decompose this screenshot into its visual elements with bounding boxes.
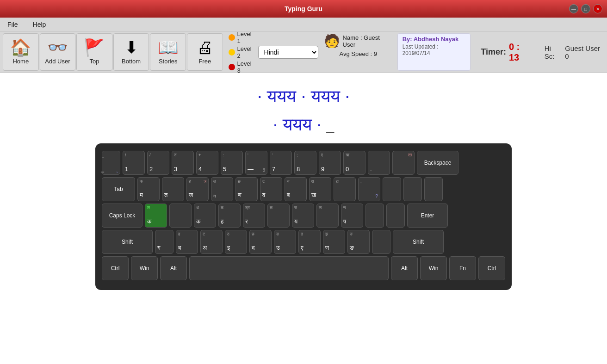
add-user-button[interactable]: 👓 Add User [40,33,76,71]
key-shift-left[interactable]: Shift [102,230,153,254]
key-comma[interactable]: झ ण [323,230,345,254]
key-win-right[interactable]: Win [420,256,447,280]
key-4[interactable]: + 4 [196,151,218,175]
key-semicolon[interactable] [365,204,384,228]
hindi-line2: · ययय · _ [257,111,350,139]
key-win-left[interactable]: Win [131,256,158,280]
key-a[interactable]: ल क [145,204,167,228]
key-v[interactable]: ठ इ [225,230,247,254]
key-6[interactable]: ' — 6 [245,151,267,175]
free-button[interactable]: 🖨 Free [187,33,223,71]
maximize-button[interactable]: □ [581,4,590,13]
stories-button[interactable]: 📖 Stories [150,33,186,71]
key-s[interactable] [169,204,192,228]
level2-item[interactable]: Level 2 [229,45,254,59]
lang-select-wrapper[interactable]: Hindi English Punjabi Gujarati [258,46,318,59]
key-9[interactable]: द्द 9 [319,151,341,175]
key-w[interactable]: त [162,177,184,201]
key-backslash[interactable] [424,177,443,201]
key-0[interactable]: ऋ 0 [343,151,365,175]
key-ctrl-right[interactable]: Ctrl [478,256,505,280]
level1-item[interactable]: Level 1 [229,31,254,44]
free-label: Free [198,58,211,65]
window-controls[interactable]: — □ ✕ [569,4,602,13]
key-y[interactable]: ट व [260,177,282,201]
timer-hiscore: Timer: 0 : 13 Hi Sc: Guest User 0 [481,33,604,71]
key-z[interactable]: ग [155,230,173,254]
author-name: By: Abdhesh Nayak [403,36,459,43]
key-bracket-close[interactable] [403,177,422,201]
key-o[interactable]: द्य [334,177,356,201]
author-panel: By: Abdhesh Nayak Last Updated : 2019/07… [397,33,471,71]
key-shift-right[interactable]: Shift [393,230,444,254]
key-ctrl-left[interactable]: Ctrl [102,256,129,280]
key-h[interactable]: ज्ञ [267,204,290,228]
last-updated: Last Updated : 2019/07/14 [403,43,466,56]
key-n[interactable]: ड उ [274,230,296,254]
menu-file[interactable]: File [5,20,21,29]
key-r[interactable]: ल न [211,177,233,201]
key-q[interactable]: फ म [137,177,160,201]
key-alt-left[interactable]: Alt [160,256,187,280]
minimize-button[interactable]: — [569,4,578,13]
key-tab[interactable]: Tab [102,177,135,201]
key-fn[interactable]: Fn [449,256,476,280]
key-l[interactable]: ण ष [341,204,363,228]
key-u[interactable]: च ब [285,177,307,201]
key-quote[interactable] [386,204,405,228]
key-d[interactable]: थ क [194,204,216,228]
home-label: Home [12,58,29,65]
key-backspace[interactable]: Backspace [417,151,458,175]
timer-display: 0 : 13 [509,42,531,63]
levels-panel: Level 1 Level 2 Level 3 [229,31,254,74]
user-speed-text: Avg Speed : 9 [340,50,377,57]
home-button[interactable]: 🏠 Home [3,33,39,71]
key-space[interactable] [189,256,389,280]
top-button[interactable]: 🚩 Top [76,33,112,71]
toolbar: 🏠 Home 👓 Add User 🚩 Top ⬇ Bottom 📖 Stori… [0,31,607,73]
language-select[interactable]: Hindi English Punjabi Gujarati [258,46,318,59]
key-p[interactable]: , ? [358,177,380,201]
main-window: File Help 🏠 Home 👓 Add User 🚩 Top ⬇ Bott… [0,18,607,364]
stories-icon: 📖 [158,39,179,56]
key-c[interactable]: ट अ [200,230,223,254]
key-j[interactable]: स य [292,204,314,228]
key-3[interactable]: रु 3 [172,151,194,175]
key-5[interactable]: : 5 [221,151,243,175]
key-b[interactable]: छ द [249,230,272,254]
key-m[interactable]: ढ ए [298,230,321,254]
key-backtick[interactable]: ॒ ॒ ¸ [102,151,120,175]
close-button[interactable]: ✕ [593,4,602,13]
level3-item[interactable]: Level 3 [229,60,254,74]
menubar: File Help [0,18,607,31]
key-equals[interactable]: त्र [392,151,415,175]
hindi-line1: · ययय · ययय · [257,82,350,111]
keyboard-row-numbers: ॒ ॒ ¸ ! 1 / 2 रु 3 + [102,151,505,175]
top-icon: 🚩 [84,39,105,56]
key-minus[interactable]: . [368,151,390,175]
key-8[interactable]: ; 8 [294,151,316,175]
key-slash[interactable] [372,230,390,254]
key-x[interactable]: ह ब [176,230,198,254]
key-i[interactable]: क्ष ख [309,177,331,201]
hiscore-label: Hi Sc: [545,44,562,60]
user-info-panel: 🧑 Name : Guest User Avg Speed : 9 [324,33,392,71]
stories-label: Stories [159,58,177,65]
key-caps-lock[interactable]: Caps Lock [102,204,142,228]
key-2[interactable]: / 2 [147,151,169,175]
level2-dot [229,49,235,56]
bottom-button[interactable]: ⬇ Bottom [113,33,149,71]
key-g[interactable]: श्र र [243,204,265,228]
key-7[interactable]: ' 7 [270,151,292,175]
key-enter[interactable]: Enter [407,204,448,228]
key-f[interactable]: ळ ह [218,204,241,228]
menu-help[interactable]: Help [30,20,49,29]
key-1[interactable]: ! 1 [123,151,145,175]
key-bracket-open[interactable] [383,177,401,201]
key-alt-right[interactable]: Alt [391,256,418,280]
key-period[interactable]: ङ ङ [347,230,370,254]
key-e[interactable]: ह ञ ज [186,177,209,201]
key-t[interactable]: छ ण [235,177,258,201]
key-k[interactable]: रू [316,204,339,228]
timer-label: Timer: [481,47,506,57]
